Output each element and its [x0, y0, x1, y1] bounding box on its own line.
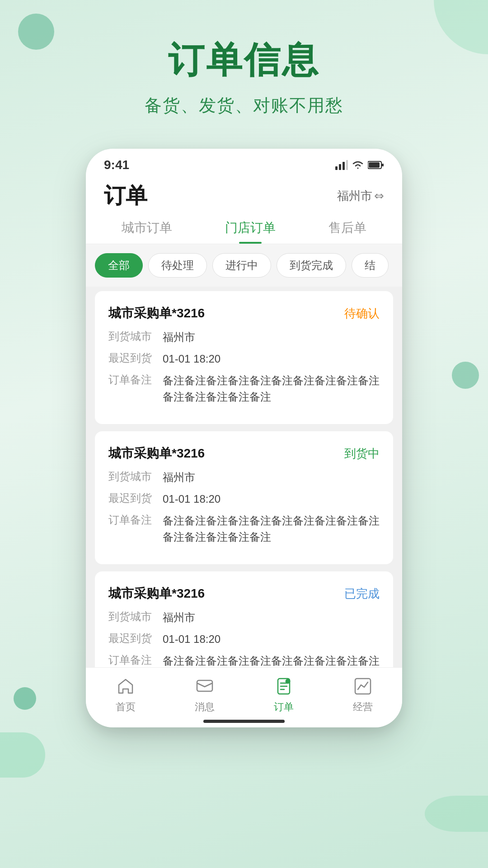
svg-rect-7: [197, 680, 212, 691]
order-id-1: 城市采购单*3216: [108, 305, 205, 322]
delivery-value-3: 01-01 18:20: [163, 631, 380, 647]
tab-navigation: 城市订单 门店订单 售后单: [86, 210, 402, 244]
location-text: 福州市: [337, 188, 372, 204]
chip-all[interactable]: 全部: [95, 253, 143, 278]
location-selector[interactable]: 福州市 ⇔: [337, 188, 384, 204]
order-id-3: 城市采购单*3216: [108, 585, 205, 602]
page-sub-title: 备货、发货、对账不用愁: [0, 94, 488, 117]
order-header-3: 城市采购单*3216 已完成: [108, 585, 380, 602]
delivery-value-2: 01-01 18:20: [163, 491, 380, 507]
phone-mockup: 9:41: [86, 149, 402, 727]
signal-icon: [335, 160, 348, 170]
city-label-3: 到货城市: [108, 609, 163, 624]
nav-order[interactable]: 订单: [272, 675, 295, 714]
page-main-title: 订单信息: [0, 36, 488, 85]
order-delivery-row-3: 最迟到货 01-01 18:20: [108, 631, 380, 647]
city-value-1: 福州市: [163, 329, 380, 345]
note-label-3: 订单备注: [108, 653, 163, 667]
city-label-2: 到货城市: [108, 469, 163, 484]
order-delivery-row-1: 最迟到货 01-01 18:20: [108, 351, 380, 367]
status-time: 9:41: [104, 158, 129, 172]
app-header: 订单 福州市 ⇔: [86, 177, 402, 210]
order-card-2[interactable]: 城市采购单*3216 到货中 到货城市 福州市 最迟到货 01-01 18:20…: [95, 431, 393, 564]
note-label-2: 订单备注: [108, 513, 163, 527]
app-header-title: 订单: [104, 181, 147, 210]
battery-icon: [368, 160, 384, 170]
status-icons: [335, 160, 384, 170]
order-status-2: 到货中: [344, 446, 380, 462]
order-status-1: 待确认: [344, 306, 380, 321]
location-arrow-icon: ⇔: [374, 189, 384, 203]
nav-home-label: 首页: [116, 700, 136, 714]
bottom-nav: 首页 消息: [86, 667, 402, 727]
bg-decoration-4: [0, 732, 45, 778]
svg-rect-0: [335, 166, 338, 170]
chip-pending[interactable]: 待处理: [148, 253, 207, 278]
nav-analytics[interactable]: 经营: [352, 675, 374, 714]
city-label-1: 到货城市: [108, 329, 163, 344]
order-city-row-1: 到货城市 福州市: [108, 329, 380, 345]
delivery-label-3: 最迟到货: [108, 631, 163, 646]
analytics-icon: [352, 675, 374, 698]
nav-analytics-label: 经营: [353, 700, 373, 714]
home-indicator: [203, 720, 285, 723]
bg-decoration-5: [14, 687, 36, 710]
note-value-2: 备注备注备注备注备注备注备注备注备注备注备注备注备注备注备注: [163, 513, 380, 545]
phone-mockup-container: 9:41: [0, 149, 488, 727]
svg-rect-2: [343, 162, 345, 170]
nav-message[interactable]: 消息: [193, 675, 216, 714]
order-header-1: 城市采购单*3216 待确认: [108, 305, 380, 322]
chip-in-progress[interactable]: 进行中: [212, 253, 271, 278]
tab-after-sale[interactable]: 售后单: [328, 219, 366, 244]
status-bar: 9:41: [86, 149, 402, 177]
order-card-3[interactable]: 城市采购单*3216 已完成 到货城市 福州市 最迟到货 01-01 18:20…: [95, 571, 393, 667]
order-id-2: 城市采购单*3216: [108, 445, 205, 462]
hero-section: 订单信息 备货、发货、对账不用愁: [0, 0, 488, 135]
chip-finished[interactable]: 结: [352, 253, 389, 278]
nav-message-label: 消息: [195, 700, 215, 714]
wifi-icon: [352, 160, 364, 170]
order-icon: [272, 675, 295, 698]
bg-decoration-1: [18, 14, 54, 50]
order-card-1[interactable]: 城市采购单*3216 待确认 到货城市 福州市 最迟到货 01-01 18:20…: [95, 291, 393, 424]
orders-list: 城市采购单*3216 待确认 到货城市 福州市 最迟到货 01-01 18:20…: [86, 287, 402, 667]
note-value-1: 备注备注备注备注备注备注备注备注备注备注备注备注备注备注备注: [163, 373, 380, 405]
note-label-1: 订单备注: [108, 373, 163, 387]
note-value-3: 备注备注备注备注备注备注备注备注备注备注备注备注备注备注备注: [163, 653, 380, 667]
order-header-2: 城市采购单*3216 到货中: [108, 445, 380, 462]
city-value-2: 福州市: [163, 469, 380, 486]
svg-rect-5: [369, 162, 380, 168]
order-status-3: 已完成: [344, 586, 380, 602]
delivery-value-1: 01-01 18:20: [163, 351, 380, 367]
chip-arrived[interactable]: 到货完成: [277, 253, 346, 278]
delivery-label-2: 最迟到货: [108, 491, 163, 505]
message-icon: [193, 675, 216, 698]
order-city-row-3: 到货城市 福州市: [108, 609, 380, 626]
nav-order-label: 订单: [274, 700, 294, 714]
tab-city-order[interactable]: 城市订单: [122, 219, 172, 244]
phone-screen: 9:41: [86, 149, 402, 727]
bg-decoration-3: [452, 362, 479, 389]
home-icon: [114, 675, 137, 698]
svg-rect-6: [382, 164, 384, 166]
svg-rect-1: [339, 164, 341, 170]
city-value-3: 福州市: [163, 609, 380, 626]
filter-chips-bar: 全部 待处理 进行中 到货完成 结: [86, 244, 402, 287]
bg-decoration-6: [425, 796, 488, 832]
delivery-label-1: 最迟到货: [108, 351, 163, 365]
order-city-row-2: 到货城市 福州市: [108, 469, 380, 486]
order-note-row-1: 订单备注 备注备注备注备注备注备注备注备注备注备注备注备注备注备注备注: [108, 373, 380, 405]
nav-home[interactable]: 首页: [114, 675, 137, 714]
order-note-row-2: 订单备注 备注备注备注备注备注备注备注备注备注备注备注备注备注备注备注: [108, 513, 380, 545]
svg-rect-3: [346, 160, 348, 170]
order-note-row-3: 订单备注 备注备注备注备注备注备注备注备注备注备注备注备注备注备注备注: [108, 653, 380, 667]
tab-store-order[interactable]: 门店订单: [225, 219, 276, 244]
order-delivery-row-2: 最迟到货 01-01 18:20: [108, 491, 380, 507]
